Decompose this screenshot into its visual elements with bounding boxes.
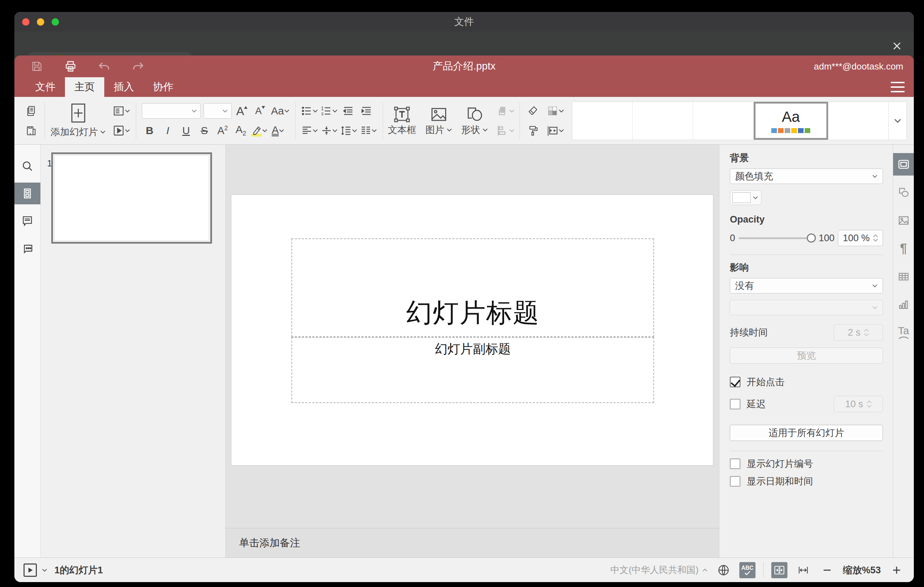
panel-tab-paragraph-settings[interactable]: ¶	[893, 237, 914, 260]
strikethrough-button[interactable]: S	[196, 122, 212, 139]
notes-placeholder[interactable]: 单击添加备注	[239, 536, 300, 550]
panel-tab-table-settings[interactable]	[893, 265, 914, 288]
theme-gallery-more-button[interactable]	[889, 101, 907, 140]
columns-button[interactable]	[360, 122, 377, 139]
opacity-slider[interactable]	[739, 237, 815, 239]
insert-group: 文本框 图片 形状	[384, 102, 518, 140]
tab-file[interactable]: 文件	[26, 77, 65, 97]
spellcheck-button[interactable]: ABC	[739, 562, 756, 578]
superscript-button[interactable]: A2	[215, 122, 230, 139]
apply-all-button[interactable]: 适用于所有幻灯片	[730, 425, 883, 441]
align-shape-button[interactable]	[497, 122, 515, 139]
arrange-shape-button[interactable]	[497, 102, 515, 119]
insert-shape-button[interactable]: 形状	[461, 106, 488, 136]
line-spacing-button[interactable]	[340, 122, 357, 139]
panel-tab-shape-settings[interactable]	[893, 181, 914, 204]
highlight-color-button[interactable]	[251, 122, 267, 139]
shape-label: 形状	[461, 124, 480, 136]
background-color-swatch[interactable]	[730, 190, 761, 205]
spinner[interactable]	[873, 234, 878, 242]
add-slide-button[interactable]: 添加幻灯片	[51, 103, 106, 139]
insert-image-button[interactable]: 图片	[426, 106, 452, 136]
subtitle-placeholder[interactable]: 幻灯片副标题	[291, 337, 654, 403]
sidebar-item-slides[interactable]	[15, 183, 40, 204]
decrease-font-button[interactable]: A	[253, 102, 268, 119]
change-case-button[interactable]: Aa	[271, 102, 290, 119]
opacity-input[interactable]: 100 %	[838, 230, 883, 246]
slide-thumbnail-1[interactable]	[51, 152, 212, 244]
slide-size-button[interactable]	[546, 122, 564, 139]
bullet-list-button[interactable]	[301, 102, 318, 119]
close-editor-button[interactable]	[889, 38, 905, 54]
italic-button[interactable]: I	[160, 122, 175, 139]
panel-tab-textart-settings[interactable]: Ta	[893, 322, 914, 344]
delay-checkbox[interactable]	[730, 399, 741, 409]
underline-button[interactable]: U	[178, 122, 194, 139]
duration-row: 持续时间 2 s	[730, 325, 883, 341]
background-fill-value: 颜色填充	[735, 170, 773, 183]
clear-style-button[interactable]	[526, 102, 541, 119]
horizontal-align-button[interactable]	[301, 122, 318, 139]
image-settings-icon	[898, 214, 909, 226]
tab-collaboration[interactable]: 协作	[144, 77, 183, 97]
start-on-click-checkbox[interactable]	[730, 377, 741, 387]
copy-button[interactable]	[23, 102, 39, 119]
start-slideshow-button[interactable]	[113, 122, 130, 139]
tab-home[interactable]: 主页	[65, 77, 104, 97]
show-date-time-checkbox[interactable]	[730, 476, 741, 486]
vertical-align-button[interactable]	[321, 122, 338, 139]
start-on-click-row: 开始点击	[730, 376, 883, 388]
window-title: 文件	[15, 15, 914, 28]
increase-font-button[interactable]: A	[234, 102, 250, 119]
font-name-combo[interactable]	[142, 103, 201, 119]
bold-button[interactable]: B	[142, 122, 157, 139]
decrease-indent-icon	[343, 106, 354, 117]
slide-title-text[interactable]: 幻灯片标题	[292, 295, 653, 331]
theme-cell-blank-2[interactable]	[633, 102, 693, 140]
sidebar-item-chat[interactable]	[15, 237, 40, 259]
slide-layout-button[interactable]	[113, 102, 130, 119]
panel-tab-slide-settings[interactable]	[893, 153, 914, 176]
opacity-slider-knob[interactable]	[807, 234, 816, 242]
start-preview-button[interactable]	[23, 564, 37, 577]
line-spacing-icon	[340, 125, 352, 136]
set-language-button[interactable]	[716, 562, 732, 578]
panel-tab-image-settings[interactable]	[893, 209, 914, 232]
theme-cell-blank-4[interactable]	[828, 102, 888, 140]
show-slide-number-checkbox[interactable]	[730, 458, 741, 469]
panel-tab-chart-settings[interactable]	[893, 294, 914, 316]
notes-area[interactable]: 单击添加备注	[226, 528, 719, 557]
zoom-in-button[interactable]	[889, 562, 905, 578]
color-scheme-button[interactable]	[546, 102, 564, 119]
increase-indent-button[interactable]	[359, 102, 374, 119]
bullet-list-icon	[301, 106, 312, 117]
spin-up-icon	[873, 234, 878, 237]
fit-to-slide-button[interactable]	[771, 562, 787, 578]
slide[interactable]: 幻灯片标题 幻灯片副标题	[231, 195, 713, 465]
font-color-button[interactable]: A	[270, 122, 286, 139]
numbered-list-button[interactable]	[321, 102, 338, 119]
slide-subtitle-text[interactable]: 幻灯片副标题	[292, 341, 653, 358]
effect-select[interactable]: 没有	[730, 278, 883, 294]
slide-canvas[interactable]: 幻灯片标题 幻灯片副标题	[226, 145, 719, 528]
theme-cell-selected[interactable]: Aa	[754, 102, 828, 140]
zoom-out-button[interactable]	[819, 562, 835, 578]
sidebar-item-comments[interactable]	[15, 210, 40, 232]
background-fill-select[interactable]: 颜色填充	[730, 168, 883, 184]
theme-cell-blank-3[interactable]	[693, 102, 753, 140]
language-selector[interactable]: 中文(中华人民共和国)	[610, 564, 708, 576]
tab-insert[interactable]: 插入	[104, 77, 144, 97]
theme-cell-blank-1[interactable]	[572, 102, 633, 140]
paste-button[interactable]	[23, 122, 39, 139]
spin-up-icon	[864, 329, 869, 332]
title-placeholder[interactable]: 幻灯片标题	[291, 238, 654, 337]
copy-style-button[interactable]	[526, 122, 541, 139]
fit-to-width-button[interactable]	[795, 562, 811, 578]
insert-textbox-button[interactable]: 文本框	[388, 106, 416, 136]
menu-hamburger-button[interactable]	[891, 82, 905, 92]
font-size-combo[interactable]	[204, 103, 232, 119]
subscript-button[interactable]: A2	[233, 122, 249, 139]
decrease-indent-button[interactable]	[340, 102, 356, 119]
sidebar-item-search[interactable]	[15, 155, 40, 177]
left-sidebar	[15, 145, 41, 557]
